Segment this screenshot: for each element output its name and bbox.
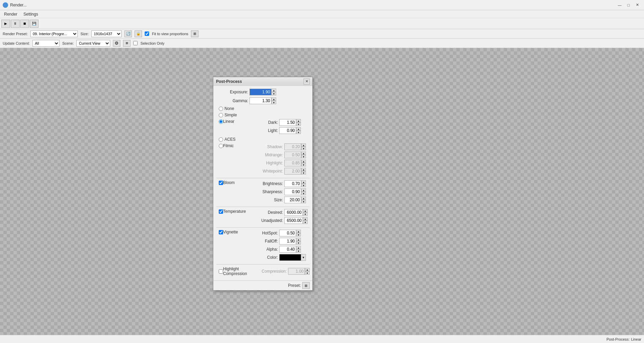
- unadjusted-spin-up[interactable]: ▲: [303, 217, 308, 221]
- fit-view-button[interactable]: ⊞: [191, 30, 198, 37]
- close-button[interactable]: ✕: [633, 2, 641, 8]
- maximize-button[interactable]: □: [624, 2, 633, 8]
- brightness-spin-up[interactable]: ▲: [301, 180, 306, 184]
- gamma-input[interactable]: [249, 97, 271, 104]
- whitepoint-spin-down[interactable]: ▼: [301, 171, 306, 175]
- filmic-params: Shadow: ▲ ▼ Midrange:: [259, 143, 306, 176]
- exposure-spin-up[interactable]: ▲: [271, 89, 276, 92]
- light-input[interactable]: [279, 127, 296, 134]
- selection-only-checkbox[interactable]: [133, 41, 138, 45]
- fit-to-view-checkbox[interactable]: [145, 31, 149, 36]
- toolbar: ▶ ⏸ ⏹ 💾: [0, 18, 644, 29]
- menu-settings[interactable]: Settings: [21, 11, 41, 17]
- desired-spin-down[interactable]: ▼: [303, 212, 308, 216]
- light-spin-up[interactable]: ▲: [296, 127, 301, 131]
- render-preset-label: Render Preset:: [3, 32, 28, 36]
- whitepoint-input[interactable]: [284, 168, 301, 175]
- render-play-button[interactable]: ▶: [1, 20, 10, 28]
- dark-spin-up[interactable]: ▲: [296, 119, 301, 122]
- save-button[interactable]: 💾: [30, 20, 39, 28]
- size-select[interactable]: 1916x1437: [91, 30, 122, 37]
- desired-spin-up[interactable]: ▲: [303, 209, 308, 212]
- radio-linear[interactable]: [219, 119, 223, 124]
- midrange-row: Midrange: ▲ ▼: [259, 152, 306, 158]
- hotspot-spin-up[interactable]: ▲: [296, 230, 301, 233]
- size-lock-button[interactable]: 🔒: [135, 30, 142, 37]
- falloff-input[interactable]: [279, 238, 296, 245]
- midrange-input[interactable]: [284, 152, 301, 158]
- highlight-spin-down[interactable]: ▼: [301, 163, 306, 166]
- hotspot-spin: ▲ ▼: [279, 230, 301, 236]
- vignette-checkbox-group: Vignette: [219, 230, 253, 234]
- whitepoint-spin-up[interactable]: ▲: [301, 168, 306, 171]
- hotspot-spin-down[interactable]: ▼: [296, 233, 301, 236]
- color-swatch[interactable]: [279, 254, 301, 261]
- gamma-spin-down[interactable]: ▼: [271, 101, 276, 104]
- bloom-size-spin-up[interactable]: ▲: [301, 197, 306, 200]
- sharpness-spin-up[interactable]: ▲: [301, 188, 306, 192]
- exposure-spin-down[interactable]: ▼: [271, 92, 276, 95]
- scene-select[interactable]: Current View: [76, 40, 110, 47]
- compression-input[interactable]: [288, 268, 305, 275]
- vignette-checkbox[interactable]: [219, 230, 223, 234]
- size-refresh-button[interactable]: 🔄: [124, 30, 132, 37]
- brightness-input[interactable]: [284, 180, 301, 187]
- update-content-select[interactable]: All: [32, 40, 59, 47]
- scene-options-button[interactable]: ⚙: [113, 40, 120, 47]
- render-preset-select[interactable]: 09. Interior (Progre...: [30, 30, 78, 37]
- alpha-spin-down[interactable]: ▼: [296, 249, 301, 253]
- alpha-input[interactable]: [279, 246, 296, 253]
- radio-filmic[interactable]: [219, 144, 223, 148]
- gamma-spin-up[interactable]: ▲: [271, 97, 276, 101]
- radio-simple[interactable]: [219, 113, 223, 117]
- falloff-spin: ▲ ▼: [279, 238, 301, 245]
- bloom-size-input[interactable]: [284, 197, 301, 203]
- minimize-button[interactable]: —: [616, 2, 624, 8]
- midrange-spin-down[interactable]: ▼: [301, 155, 306, 158]
- compression-spin-down[interactable]: ▼: [305, 271, 310, 275]
- radio-none[interactable]: [219, 107, 223, 111]
- color-dropdown-button[interactable]: ▼: [301, 254, 306, 261]
- highlight-compression-checkbox[interactable]: [219, 269, 223, 274]
- compression-params: Compression: ▲ ▼: [260, 268, 310, 275]
- menu-render[interactable]: Render: [1, 11, 20, 17]
- preset-button[interactable]: ⊞: [302, 282, 310, 289]
- bloom-checkbox[interactable]: [219, 181, 223, 185]
- radio-aces[interactable]: [219, 137, 223, 142]
- dialog-title-bar[interactable]: Post-Process ✕: [213, 77, 312, 86]
- bloom-size-spin-down[interactable]: ▼: [301, 200, 306, 203]
- linear-params: Dark: ▲ ▼ Light:: [259, 119, 301, 135]
- scene-layers-button[interactable]: ≡: [123, 40, 130, 47]
- unadjusted-input[interactable]: [284, 217, 303, 224]
- hotspot-input[interactable]: [279, 230, 296, 236]
- brightness-spin-down[interactable]: ▼: [301, 184, 306, 187]
- compression-spin-up[interactable]: ▲: [305, 268, 310, 271]
- sharpness-input[interactable]: [284, 188, 301, 195]
- dialog-close-button[interactable]: ✕: [304, 78, 310, 85]
- shadow-spin-down[interactable]: ▼: [301, 147, 306, 150]
- exposure-input[interactable]: [249, 89, 271, 95]
- light-spin-down[interactable]: ▼: [296, 131, 301, 134]
- checkerboard-bg: [0, 48, 644, 335]
- highlight-spin-up[interactable]: ▲: [301, 160, 306, 163]
- falloff-spin-up[interactable]: ▲: [296, 238, 301, 241]
- sharpness-spin-down[interactable]: ▼: [301, 192, 306, 195]
- render-pause-button[interactable]: ⏸: [11, 20, 20, 28]
- midrange-spin-up[interactable]: ▲: [301, 152, 306, 155]
- highlight-input[interactable]: [284, 160, 301, 166]
- dark-spin-down[interactable]: ▼: [296, 122, 301, 126]
- falloff-row: FallOff: ▲ ▼: [259, 238, 306, 245]
- falloff-spin-down[interactable]: ▼: [296, 241, 301, 245]
- shadow-input[interactable]: [284, 143, 301, 150]
- unadjusted-spin-down[interactable]: ▼: [303, 221, 308, 224]
- desired-input[interactable]: [284, 209, 303, 216]
- shadow-spin-up[interactable]: ▲: [301, 143, 306, 147]
- render-stop-button[interactable]: ⏹: [20, 20, 29, 28]
- radio-filmic-row: Filmic Shadow: ▲ ▼: [216, 143, 310, 176]
- alpha-spin-up[interactable]: ▲: [296, 246, 301, 249]
- temperature-checkbox[interactable]: [219, 209, 223, 214]
- dark-input[interactable]: [279, 119, 296, 126]
- title-bar: Render... — □ ✕: [0, 0, 644, 10]
- shadow-label: Shadow:: [259, 144, 283, 149]
- selection-only-label: Selection Only: [140, 41, 164, 45]
